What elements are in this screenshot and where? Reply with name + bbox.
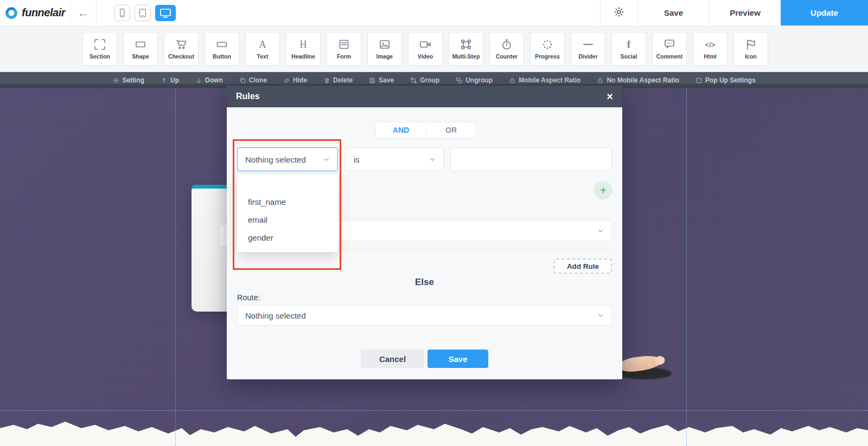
topbar-actions: Save Preview Update [600, 0, 868, 25]
element-button-headline[interactable]: HHeadline [286, 32, 321, 66]
htmlcode-icon: </> [703, 38, 717, 51]
back-arrow-icon: ← [78, 6, 90, 20]
shape-icon [134, 38, 147, 51]
logic-tab-and[interactable]: AND [376, 122, 426, 138]
logo-text: funnelair [22, 7, 65, 19]
square-icon [695, 77, 703, 84]
context-action-label: Ungroup [465, 76, 493, 84]
element-button-button[interactable]: Button [205, 32, 239, 66]
svg-text:f: f [627, 38, 631, 50]
context-action-delete[interactable]: Delete [323, 76, 353, 84]
context-action-setting[interactable]: Setting [112, 76, 144, 84]
context-action-up[interactable]: Up [161, 76, 179, 84]
context-action-ungroup[interactable]: Ungroup [456, 76, 493, 84]
shape-icon [133, 38, 148, 51]
context-action-pop-up-settings[interactable]: Pop Up Settings [695, 76, 756, 84]
context-action-mobile-aspect-ratio[interactable]: Mobile Aspect Ratio [509, 76, 580, 84]
context-action-clone[interactable]: Clone [239, 76, 267, 84]
element-button-comment[interactable]: Comment [652, 32, 687, 66]
context-action-group[interactable]: Group [410, 76, 439, 84]
field-menu-item-gender[interactable]: gender [237, 229, 338, 247]
arrow-down-icon [195, 77, 202, 84]
element-button-social[interactable]: fSocial [611, 32, 646, 66]
device-button-mobile[interactable] [114, 5, 130, 21]
element-button-divider[interactable]: Divider [571, 32, 605, 66]
context-action-no-mobile-aspect-ratio[interactable]: No Mobile Aspect Ratio [597, 76, 679, 84]
video-icon [418, 38, 432, 51]
top-bar: funnelair ← Save Preview Update [0, 0, 868, 26]
arrow-up-icon [161, 77, 168, 84]
comment-icon [663, 38, 676, 51]
floppy-icon [369, 77, 376, 84]
element-button-multi-step[interactable]: Multi-Step [449, 32, 483, 66]
element-label: Headline [291, 53, 315, 60]
update-button[interactable]: Update [781, 0, 868, 25]
htmlcode-icon: </> [704, 38, 717, 51]
logo-icon [5, 7, 18, 20]
ungroup-icon [456, 77, 463, 84]
element-button-counter[interactable]: Counter [489, 32, 524, 66]
element-button-video[interactable]: Video [408, 32, 443, 66]
element-label: Button [213, 53, 231, 60]
element-label: Video [418, 53, 433, 60]
else-heading: Else [227, 277, 622, 288]
lock-icon [509, 77, 516, 84]
element-button-progress[interactable]: Progress [530, 32, 565, 66]
element-button-icon[interactable]: Icon [733, 32, 768, 66]
preview-button[interactable]: Preview [709, 0, 781, 25]
device-button-tablet[interactable] [135, 5, 151, 21]
elements-toolbar: SectionShapeCheckoutButtonATextHHeadline… [0, 26, 868, 72]
element-button-text[interactable]: AText [245, 32, 280, 66]
form-icon [337, 38, 351, 51]
unlock-icon [597, 77, 604, 84]
element-button-html[interactable]: </>Html [693, 32, 727, 66]
field-menu-item-first_name[interactable]: first_name [237, 193, 338, 211]
context-action-down[interactable]: Down [195, 76, 223, 84]
else-route-select[interactable]: Nothing selected [237, 305, 612, 326]
element-button-shape[interactable]: Shape [123, 32, 158, 66]
chevron-down-icon [597, 228, 604, 234]
plus-icon: + [600, 184, 607, 197]
cancel-button[interactable]: Cancel [361, 350, 424, 368]
element-button-form[interactable]: Form [327, 32, 361, 66]
else-route-value: Nothing selected [245, 311, 306, 320]
bottom-wave [0, 405, 868, 446]
close-icon[interactable]: × [607, 91, 613, 102]
rule-value-input[interactable] [450, 147, 612, 171]
device-button-desktop[interactable] [155, 5, 176, 21]
element-label: Multi-Step [452, 53, 480, 60]
textA-icon: A [256, 38, 269, 51]
arrow-up-icon [161, 77, 168, 84]
square-icon [695, 77, 703, 84]
dividerline-icon [581, 38, 595, 51]
field-menu-item-email[interactable]: email [237, 211, 338, 229]
add-condition-button[interactable]: + [594, 181, 612, 199]
desktop-icon [159, 7, 172, 20]
ungroup-icon [456, 77, 463, 84]
guide-line-vertical-left [175, 88, 176, 446]
element-button-checkout[interactable]: Checkout [164, 32, 199, 66]
gear-icon [613, 6, 625, 18]
progress-icon [541, 38, 554, 51]
textA-icon: A [256, 38, 270, 51]
settings-button[interactable] [600, 0, 637, 25]
element-label: Html [704, 53, 716, 60]
rule-operator-select[interactable]: is [346, 147, 444, 171]
modal-actions: Cancel Save [227, 350, 622, 368]
socialF-icon: f [622, 38, 635, 51]
element-label: Form [337, 53, 351, 60]
back-button[interactable]: ← [71, 0, 97, 25]
context-action-save[interactable]: Save [369, 76, 394, 84]
logic-tab-or[interactable]: OR [426, 122, 476, 138]
add-rule-button[interactable]: Add Rule [554, 258, 612, 274]
modal-header: Rules × [227, 86, 622, 107]
modal-save-button[interactable]: Save [427, 350, 488, 368]
rule-field-select[interactable]: Nothing selected [237, 147, 338, 171]
element-button-section[interactable]: Section [82, 32, 117, 66]
context-action-label: Hide [293, 76, 307, 84]
save-button[interactable]: Save [637, 0, 709, 25]
unlock-icon [597, 77, 604, 84]
logo: funnelair [0, 0, 71, 25]
context-action-hide[interactable]: Hide [283, 76, 307, 84]
element-button-image[interactable]: Image [367, 32, 402, 66]
